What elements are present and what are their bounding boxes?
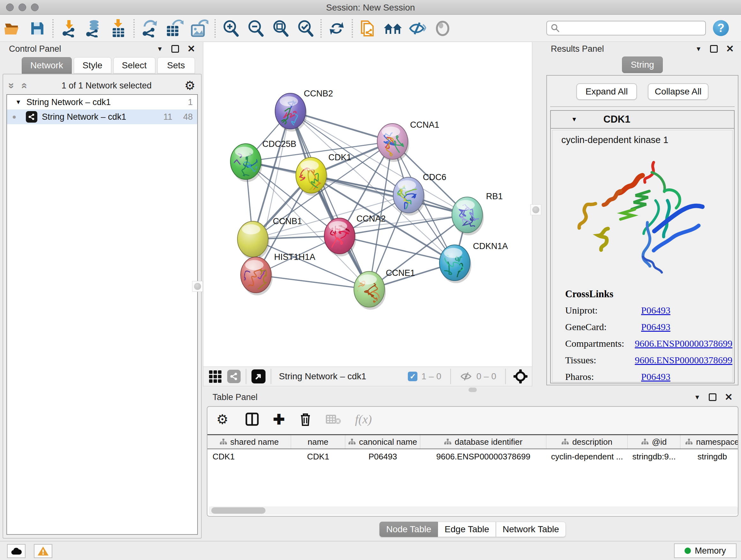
network-node-ccna1[interactable]: CCNA1 bbox=[377, 120, 440, 162]
table-options-gear-icon[interactable]: ⚙ bbox=[216, 412, 228, 427]
export-network-button[interactable] bbox=[137, 18, 162, 39]
close-panel-icon[interactable]: ✕ bbox=[725, 392, 733, 402]
table-cell[interactable]: CDK1 bbox=[291, 449, 345, 464]
refresh-button[interactable] bbox=[324, 18, 349, 39]
section-expand-caret-icon[interactable]: ▼ bbox=[571, 116, 577, 123]
import-network-file-button[interactable] bbox=[56, 18, 81, 39]
open-session-button[interactable] bbox=[0, 18, 25, 39]
close-panel-icon[interactable]: ✕ bbox=[726, 44, 734, 54]
network-node-ccne1[interactable]: CCNE1 bbox=[346, 268, 415, 310]
tab-sets[interactable]: Sets bbox=[157, 57, 195, 74]
network-options-gear-icon[interactable]: ⚙ bbox=[185, 78, 195, 92]
export-image-icon bbox=[191, 19, 208, 37]
export-image-button[interactable] bbox=[187, 18, 212, 39]
zoom-fit-icon bbox=[272, 19, 289, 37]
column-header--id[interactable]: @id bbox=[628, 435, 680, 449]
gene-section-header[interactable]: ▼ CDK1 bbox=[551, 111, 734, 129]
help-button[interactable]: ? bbox=[713, 20, 729, 36]
crosslink-link[interactable]: P06493 bbox=[641, 305, 670, 316]
search-field[interactable] bbox=[546, 21, 706, 36]
crosslink-link[interactable]: P06493 bbox=[641, 321, 670, 332]
collection-expand-caret-icon[interactable]: ▼ bbox=[15, 99, 21, 106]
selected-checkbox-icon[interactable]: ✓ bbox=[408, 372, 417, 381]
column-header-database-identifier[interactable]: database identifier bbox=[420, 435, 546, 449]
table-cell[interactable]: P06493 bbox=[345, 449, 420, 464]
crosslink-link[interactable]: 9606.ENSP00000378699 bbox=[635, 355, 732, 366]
right-splitter-handle[interactable] bbox=[530, 204, 541, 215]
save-icon bbox=[30, 21, 45, 36]
table-cell[interactable]: 9606.ENSP00000378699 bbox=[420, 449, 546, 464]
horizontal-scrollbar[interactable] bbox=[209, 506, 738, 515]
memory-button[interactable]: Memory bbox=[674, 543, 737, 558]
birdseye-view-icon[interactable] bbox=[252, 369, 266, 383]
column-header-shared-name[interactable]: shared name bbox=[207, 435, 291, 449]
toolbar-separator bbox=[214, 19, 216, 38]
collapse-all-button[interactable]: Collapse All bbox=[648, 83, 709, 100]
crosslink-link[interactable]: 9606.ENSP00000378699 bbox=[635, 338, 732, 349]
export-table-button[interactable] bbox=[162, 18, 187, 39]
network-node-cdc25b[interactable]: CDC25B bbox=[228, 139, 296, 182]
panel-menu-caret-icon[interactable]: ▼ bbox=[157, 45, 163, 53]
panel-menu-caret-icon[interactable]: ▼ bbox=[695, 45, 702, 53]
network-collection-row[interactable]: ▼ String Network – cdk1 1 bbox=[7, 95, 197, 110]
search-input[interactable] bbox=[560, 22, 705, 34]
tab-network[interactable]: Network bbox=[22, 57, 72, 74]
delete-column-trash-icon[interactable] bbox=[299, 412, 312, 427]
show-columns-icon[interactable] bbox=[245, 412, 259, 426]
node-selection-mode-icon[interactable] bbox=[513, 369, 528, 384]
network-node-ccnb2[interactable]: CCNB2 bbox=[275, 89, 333, 133]
column-header-canonical-name[interactable]: canonical name bbox=[345, 435, 420, 449]
crosslink-row: Uniprot:P06493 bbox=[565, 305, 732, 316]
expand-all-networks-icon[interactable]: » bbox=[6, 83, 18, 89]
import-network-database-button[interactable] bbox=[81, 18, 106, 39]
panel-menu-caret-icon[interactable]: ▼ bbox=[694, 394, 700, 401]
tab-select[interactable]: Select bbox=[113, 57, 155, 74]
tab-string[interactable]: String bbox=[622, 57, 663, 73]
network-node-hist1h1a[interactable]: HIST1H1A bbox=[235, 252, 315, 295]
cloud-status-button[interactable] bbox=[7, 544, 25, 558]
network-row-selected[interactable]: ● String Network – cdk1 11 48 bbox=[7, 110, 197, 124]
network-node-rb1[interactable]: RB1 bbox=[452, 192, 503, 235]
left-splitter-handle[interactable] bbox=[192, 281, 203, 292]
network-node-ccna2[interactable]: CCNA2 bbox=[324, 214, 386, 256]
table-row[interactable]: CDK1CDK1P064939606.ENSP00000378699cyclin… bbox=[207, 449, 738, 464]
network-node-cdc6[interactable]: CDC6 bbox=[393, 172, 447, 215]
zoom-selected-button[interactable] bbox=[293, 18, 318, 39]
home-button[interactable] bbox=[381, 18, 405, 39]
collapse-all-networks-icon[interactable]: » bbox=[17, 83, 29, 89]
clone-network-button[interactable] bbox=[355, 18, 381, 39]
network-node-cdkn1a[interactable]: CDKN1A bbox=[440, 241, 508, 286]
network-view-canvas[interactable]: CCNB2CCNA1CDC25BCDK1CDC6RB1CCNB1CCNA2HIS… bbox=[203, 42, 532, 367]
hide-unhide-button[interactable] bbox=[405, 18, 430, 39]
float-panel-icon[interactable] bbox=[710, 45, 718, 53]
warnings-button[interactable] bbox=[34, 544, 52, 558]
float-panel-icon[interactable] bbox=[172, 45, 179, 53]
tab-style[interactable]: Style bbox=[74, 57, 111, 74]
zoom-in-button[interactable] bbox=[218, 18, 243, 39]
create-column-icon[interactable]: ✚ bbox=[273, 411, 285, 428]
preview-button[interactable] bbox=[430, 18, 455, 39]
zoom-out-button[interactable] bbox=[243, 18, 268, 39]
scrollbar-thumb[interactable] bbox=[211, 507, 266, 514]
network-view-share-icon[interactable] bbox=[227, 370, 241, 383]
close-panel-icon[interactable]: ✕ bbox=[187, 44, 195, 54]
tab-network-table[interactable]: Network Table bbox=[496, 522, 566, 537]
crosslink-link[interactable]: P06493 bbox=[641, 371, 670, 382]
crosslink-label: Uniprot: bbox=[565, 305, 641, 316]
import-table-button[interactable] bbox=[106, 18, 131, 39]
table-cell[interactable]: CDK1 bbox=[207, 449, 291, 464]
network-graph[interactable]: CCNB2CCNA1CDC25BCDK1CDC6RB1CCNB1CCNA2HIS… bbox=[203, 42, 533, 367]
table-cell[interactable]: stringdb bbox=[680, 449, 738, 464]
zoom-fit-button[interactable] bbox=[268, 18, 293, 39]
expand-all-button[interactable]: Expand All bbox=[576, 83, 637, 100]
table-cell[interactable]: cyclin-dependent ... bbox=[546, 449, 628, 464]
column-header-name[interactable]: name bbox=[291, 435, 345, 449]
grid-mode-icon[interactable] bbox=[209, 370, 221, 383]
tab-edge-table[interactable]: Edge Table bbox=[438, 522, 496, 537]
table-cell[interactable]: stringdb:9... bbox=[628, 449, 680, 464]
column-header-description[interactable]: description bbox=[546, 435, 628, 449]
tab-node-table[interactable]: Node Table bbox=[380, 522, 438, 537]
save-session-button[interactable] bbox=[25, 18, 50, 39]
float-panel-icon[interactable] bbox=[709, 393, 717, 401]
column-header-namespace[interactable]: namespace bbox=[680, 435, 738, 449]
